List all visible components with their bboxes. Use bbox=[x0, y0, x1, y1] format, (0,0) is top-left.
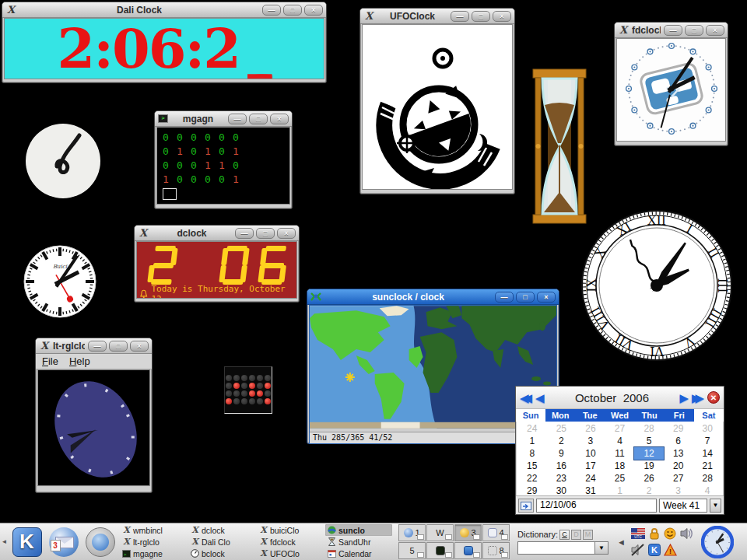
taskbar-task-wmbincl[interactable]: Xwmbincl bbox=[120, 524, 187, 536]
window-dclock[interactable]: X dclock — □ × Today is Thursday, Octobe… bbox=[134, 225, 300, 303]
maximize-button[interactable]: □ bbox=[249, 114, 268, 124]
day-cell[interactable]: 26 bbox=[634, 472, 664, 485]
day-cell[interactable]: 14 bbox=[693, 447, 722, 460]
dictionary-dropdown-arrow[interactable]: ▼ bbox=[595, 541, 608, 555]
titlebar[interactable]: X UFOClock — □ × bbox=[360, 9, 514, 24]
minimize-button[interactable]: — bbox=[228, 114, 247, 124]
day-cell[interactable]: 25 bbox=[605, 472, 635, 485]
day-cell[interactable]: 10 bbox=[576, 447, 605, 460]
day-cell[interactable]: 16 bbox=[547, 460, 577, 472]
taskbar-task-sanduhr[interactable]: SandUhr bbox=[325, 536, 392, 548]
day-cell[interactable]: 27 bbox=[664, 472, 693, 485]
titlebar[interactable]: X fdclock — □ × bbox=[615, 23, 728, 38]
terminal-binary-output[interactable]: 000000010101000110100001 bbox=[156, 127, 290, 205]
menu-file[interactable]: File bbox=[42, 355, 58, 367]
month-year-label[interactable]: October 2006 bbox=[548, 391, 677, 404]
window-wmbinclock[interactable] bbox=[224, 366, 272, 414]
menu-help[interactable]: Help bbox=[69, 355, 90, 367]
day-cell[interactable]: 29 bbox=[664, 422, 693, 435]
volume-icon[interactable] bbox=[680, 527, 694, 540]
maximize-button[interactable]: □ bbox=[109, 341, 128, 352]
day-cell[interactable]: 28 bbox=[693, 472, 722, 485]
window-buici-clock[interactable]: Buici bbox=[23, 244, 97, 319]
day-cell[interactable]: 23 bbox=[547, 472, 577, 485]
dictionary-m-button[interactable]: M bbox=[583, 530, 593, 540]
close-button[interactable]: × bbox=[706, 25, 724, 36]
close-button[interactable]: × bbox=[277, 228, 296, 239]
pager-desktop-1[interactable]: 1 bbox=[398, 524, 426, 541]
minimize-button[interactable]: — bbox=[495, 292, 514, 303]
window-ufoclock[interactable]: X UFOClock — □ × bbox=[359, 8, 515, 194]
day-cell[interactable]: 5 bbox=[634, 435, 664, 447]
titlebar[interactable]: X dclock — □ × bbox=[135, 226, 299, 241]
window-mgagne-terminal[interactable]: > mgagn — □ × 000000010101000110100001 bbox=[154, 110, 293, 209]
kweather-icon[interactable]: K bbox=[648, 544, 661, 556]
day-cell[interactable]: 13 bbox=[664, 447, 693, 460]
date-input[interactable]: 12/10/06 bbox=[536, 499, 657, 513]
taskbar-task-dali-clo[interactable]: XDali Clo bbox=[188, 536, 255, 548]
window-roman-clock[interactable]: XIIIIIIIIIIIIVVIVIIVIIIIXXXI bbox=[580, 208, 734, 362]
pager-desktop-7[interactable] bbox=[454, 542, 482, 559]
day-cell[interactable]: 4 bbox=[605, 435, 635, 447]
day-cell[interactable]: 7 bbox=[693, 435, 722, 447]
next-month-button[interactable]: ▶ bbox=[679, 392, 689, 404]
close-button[interactable]: × bbox=[493, 11, 511, 22]
minimize-button[interactable]: — bbox=[451, 11, 469, 22]
panel-hide-button[interactable]: ◄ bbox=[2, 525, 7, 559]
date-picker-icon[interactable] bbox=[518, 499, 534, 513]
day-cell[interactable]: 15 bbox=[517, 460, 547, 472]
day-cell[interactable]: 19 bbox=[634, 460, 664, 472]
window-fdclock[interactable]: X fdclock — □ × bbox=[614, 22, 728, 146]
day-cell[interactable]: 9 bbox=[547, 447, 577, 460]
minimize-button[interactable]: — bbox=[262, 5, 281, 16]
konqueror-launcher[interactable] bbox=[83, 525, 117, 558]
window-sanduhr-hourglass[interactable] bbox=[532, 68, 587, 225]
window-calendar[interactable]: ◀◀ ◀ October 2006 ▶ ▶▶ ✕ SunMonTueWedThu… bbox=[515, 386, 724, 515]
day-cell[interactable]: 18 bbox=[605, 460, 635, 472]
prev-year-button[interactable]: ◀◀ bbox=[520, 392, 532, 404]
day-cell[interactable]: 25 bbox=[547, 422, 577, 435]
week-select[interactable]: Week 41 bbox=[659, 499, 707, 513]
chat-smiley-icon[interactable] bbox=[664, 527, 677, 540]
lock-icon[interactable] bbox=[648, 527, 661, 540]
taskbar-task-sunclo[interactable]: sunclo bbox=[325, 524, 392, 536]
window-dali-clock[interactable]: X Dali Clock — □ × 2:06:265 bbox=[2, 2, 327, 83]
day-cell[interactable]: 3 bbox=[576, 435, 605, 447]
tray-analog-clock[interactable] bbox=[701, 526, 734, 558]
taskbar-task-bclock[interactable]: bclock bbox=[188, 548, 255, 559]
taskbar-task-mgagne[interactable]: >mgagne bbox=[120, 548, 187, 559]
maximize-button[interactable]: □ bbox=[256, 228, 275, 239]
dictionary-input[interactable] bbox=[517, 541, 595, 555]
rglclock-3d-view[interactable] bbox=[37, 369, 150, 486]
day-cell[interactable]: 30 bbox=[693, 422, 722, 435]
close-button[interactable]: × bbox=[130, 341, 149, 352]
minimize-button[interactable]: — bbox=[664, 25, 682, 36]
minimize-button[interactable]: — bbox=[235, 228, 254, 239]
pager-desktop-6[interactable] bbox=[426, 542, 454, 559]
window-lt-rglclock[interactable]: X lt-rglclo — □ × File Help bbox=[35, 338, 153, 493]
week-dropdown-arrow[interactable]: ▼ bbox=[710, 499, 721, 513]
day-cell[interactable]: 6 bbox=[664, 435, 693, 447]
next-year-button[interactable]: ▶▶ bbox=[692, 392, 704, 404]
selected-day-cell[interactable]: 12 bbox=[634, 447, 664, 460]
utc-flag-icon[interactable]: UTC bbox=[631, 528, 645, 539]
close-button[interactable]: × bbox=[304, 5, 323, 16]
window-bclock[interactable] bbox=[25, 123, 101, 199]
maximize-button[interactable]: □ bbox=[472, 11, 490, 22]
tray-hide-arrow[interactable]: ◄ bbox=[617, 537, 626, 547]
pager-desktop-8[interactable]: 8 bbox=[482, 542, 510, 559]
pager-desktop-3[interactable]: 3 bbox=[454, 524, 482, 541]
day-cell[interactable]: 27 bbox=[605, 422, 635, 435]
close-button[interactable]: × bbox=[270, 114, 289, 124]
titlebar[interactable]: sunclock / clock — □ × bbox=[307, 289, 559, 305]
pager-desktop-5[interactable]: 5 bbox=[398, 542, 426, 559]
pager-desktop-2[interactable]: W bbox=[426, 524, 454, 541]
minimize-button[interactable]: — bbox=[88, 341, 107, 352]
day-cell[interactable]: 26 bbox=[576, 422, 605, 435]
maximize-button[interactable]: □ bbox=[516, 292, 535, 303]
taskbar-task-calendar[interactable]: Calendar bbox=[325, 548, 392, 559]
terminal-cursor[interactable] bbox=[163, 188, 177, 200]
day-cell[interactable]: 2 bbox=[547, 435, 577, 447]
day-cell[interactable]: 24 bbox=[517, 422, 547, 435]
taskbar-task-dclock[interactable]: Xdclock bbox=[188, 524, 255, 536]
